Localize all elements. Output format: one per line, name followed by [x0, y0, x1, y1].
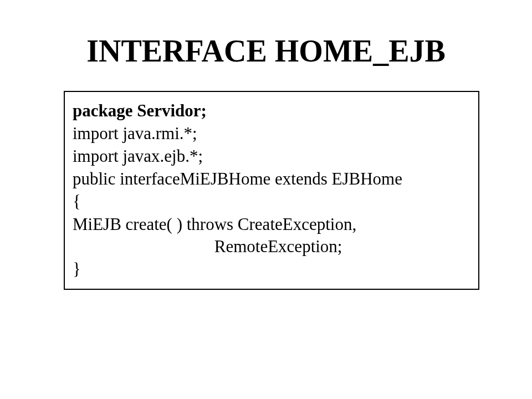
code-line-method1: MiEJB create( ) throws CreateException, [73, 213, 473, 236]
code-box: package Servidor; import java.rmi.*; imp… [64, 91, 479, 290]
code-line-close-brace: } [73, 258, 473, 281]
slide-title: INTERFACE HOME_EJB [0, 0, 532, 85]
code-line-interface: public interfaceMiEJBHome extends EJBHom… [73, 168, 473, 191]
code-line-method2: RemoteException; [73, 236, 473, 258]
code-line-package: package Servidor; [73, 100, 473, 122]
code-line-import1: import java.rmi.*; [73, 122, 473, 145]
code-line-open-brace: { [73, 191, 473, 213]
slide: INTERFACE HOME_EJB package Servidor; imp… [0, 0, 532, 399]
code-line-import2: import javax.ejb.*; [73, 145, 473, 168]
